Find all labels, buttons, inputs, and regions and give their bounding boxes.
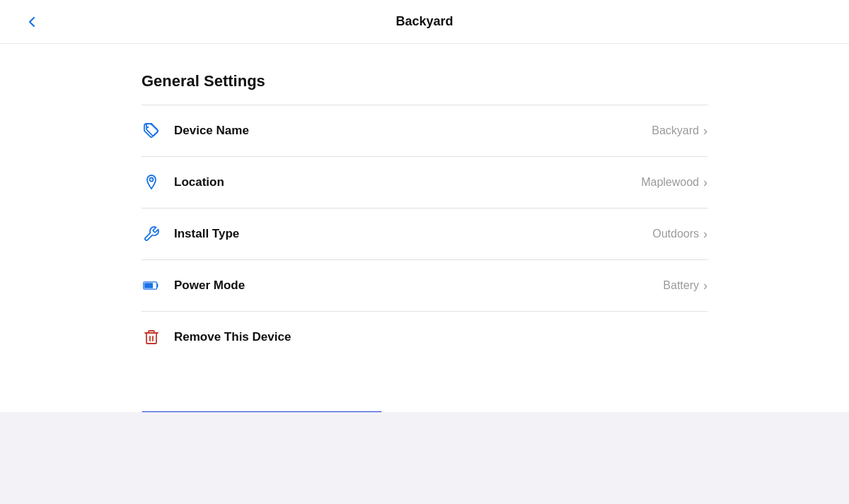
install-type-chevron: › — [703, 227, 708, 242]
install-type-item[interactable]: Install Type Outdoors › — [142, 209, 708, 260]
location-value: Maplewood — [641, 176, 699, 189]
device-name-right: Backyard › — [652, 124, 708, 139]
power-mode-right: Battery › — [663, 279, 708, 293]
power-mode-chevron: › — [703, 279, 708, 293]
battery-icon — [142, 276, 161, 295]
main-content: General Settings Device Name Backyard › — [0, 44, 849, 391]
location-label: Location — [174, 175, 224, 189]
install-type-label: Install Type — [174, 227, 239, 241]
install-type-value: Outdoors — [652, 228, 699, 240]
wrench-icon — [142, 224, 161, 244]
power-mode-label: Power Mode — [174, 279, 245, 293]
location-chevron: › — [703, 175, 708, 190]
device-name-label: Device Name — [174, 124, 249, 138]
settings-list: Device Name Backyard › Location Maplewoo… — [142, 105, 708, 363]
power-mode-item[interactable]: Power Mode Battery › — [142, 260, 708, 312]
device-name-chevron: › — [703, 124, 708, 139]
back-button[interactable] — [21, 11, 42, 33]
location-pin-icon — [142, 172, 161, 192]
header: Backyard — [0, 0, 849, 44]
power-mode-left: Power Mode — [142, 276, 245, 295]
bottom-bar — [0, 412, 849, 504]
remove-device-left: Remove This Device — [142, 327, 291, 347]
tag-icon — [142, 121, 161, 141]
header-title: Backyard — [395, 14, 453, 29]
device-name-left: Device Name — [142, 121, 249, 141]
svg-point-0 — [147, 127, 149, 128]
svg-rect-2 — [144, 283, 153, 288]
device-name-value: Backyard — [652, 124, 699, 137]
location-item[interactable]: Location Maplewood › — [142, 157, 708, 209]
device-name-item[interactable]: Device Name Backyard › — [142, 105, 708, 157]
install-type-left: Install Type — [142, 224, 239, 244]
remove-device-item[interactable]: Remove This Device — [142, 312, 708, 363]
power-mode-value: Battery — [663, 279, 699, 292]
install-type-right: Outdoors › — [652, 227, 708, 242]
trash-icon — [142, 327, 161, 347]
remove-device-label: Remove This Device — [174, 330, 291, 344]
location-right: Maplewood › — [641, 175, 708, 190]
location-left: Location — [142, 172, 224, 192]
section-title: General Settings — [142, 72, 708, 90]
